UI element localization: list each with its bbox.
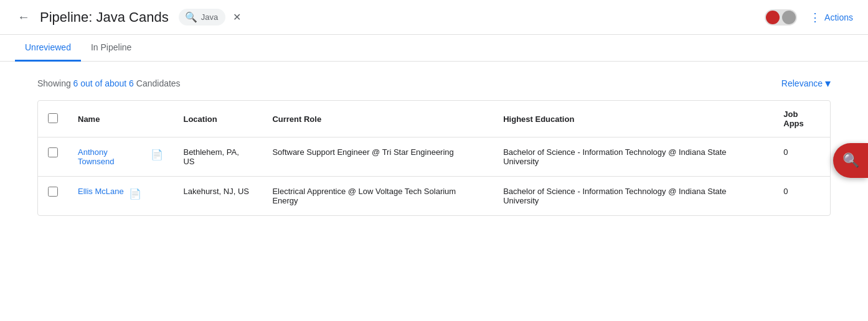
showing-prefix: Showing (37, 78, 73, 88)
toggle-knob-left (766, 11, 780, 24)
view-toggle[interactable] (765, 9, 797, 26)
row-2-checkbox[interactable] (48, 187, 58, 197)
showing-suffix: Candidates (134, 78, 181, 88)
back-button[interactable]: ← (15, 7, 32, 27)
row-2-location-cell: Lakehurst, NJ, US (173, 177, 262, 216)
row-2-name-cell: Ellis McLane 📄 (68, 177, 173, 216)
sort-label: Relevance (781, 78, 823, 88)
row-2-doc-icon: 📄 (129, 188, 141, 200)
actions-button[interactable]: ⋮ Actions (809, 11, 853, 24)
tab-in-pipeline[interactable]: In Pipeline (81, 35, 141, 62)
col-header-checkbox (38, 101, 68, 137)
row-1-name-cell: Anthony Townsend 📄 (68, 137, 173, 177)
table-row: Anthony Townsend 📄 Bethlehem, PA, US Sof… (38, 137, 830, 177)
actions-label: Actions (824, 12, 853, 22)
row-1-checkbox[interactable] (48, 147, 58, 157)
tabs-bar: Unreviewed In Pipeline (0, 35, 868, 62)
sort-button[interactable]: Relevance ▾ (781, 77, 831, 90)
row-2-checkbox-cell (38, 177, 68, 216)
showing-count: 6 out of about 6 (73, 78, 134, 88)
row-1-candidate-cell: Anthony Townsend 📄 (78, 147, 163, 166)
page-header: ← Pipeline: Java Cands 🔍 Java ✕ ⋮ Action… (0, 0, 868, 35)
tab-unreviewed[interactable]: Unreviewed (15, 35, 81, 62)
clear-search-button[interactable]: ✕ (233, 11, 241, 23)
search-tag: 🔍 Java (179, 9, 225, 26)
candidates-table-container: Name Location Current Role Highest Educa… (37, 100, 831, 216)
row-1-checkbox-cell (38, 137, 68, 177)
row-1-current-role-cell: Software Support Engineer @ Tri Star Eng… (262, 137, 493, 177)
row-1-education-cell: Bachelor of Science - Information Techno… (493, 137, 773, 177)
showing-row: Showing 6 out of about 6 Candidates Rele… (37, 77, 831, 90)
toggle-knob-right (782, 11, 796, 24)
table-header-row: Name Location Current Role Highest Educa… (38, 101, 830, 137)
main-content: Showing 6 out of about 6 Candidates Rele… (0, 62, 868, 231)
row-2-education-cell: Bachelor of Science - Information Techno… (493, 177, 773, 216)
sort-arrow-icon: ▾ (825, 77, 831, 90)
row-2-job-apps-cell: 0 (773, 177, 830, 216)
row-2-current-role-cell: Electrical Apprentice @ Low Voltage Tech… (262, 177, 493, 216)
row-2-candidate-cell: Ellis McLane 📄 (78, 187, 163, 200)
col-header-job-apps: Job Apps (773, 101, 830, 137)
fab-search-icon: 🔍 (842, 152, 859, 169)
col-header-current-role: Current Role (262, 101, 493, 137)
row-1-name-link[interactable]: Anthony Townsend (78, 147, 146, 166)
col-header-location: Location (173, 101, 262, 137)
search-tag-text: Java (201, 12, 218, 22)
candidates-table: Name Location Current Role Highest Educa… (38, 101, 830, 215)
row-1-doc-icon: 📄 (151, 149, 163, 160)
fab-search-button[interactable]: 🔍 (833, 143, 868, 178)
row-1-location-cell: Bethlehem, PA, US (173, 137, 262, 177)
header-right: ⋮ Actions (765, 9, 853, 26)
row-2-name-link[interactable]: Ellis McLane (78, 187, 124, 196)
page-title: Pipeline: Java Cands (40, 9, 169, 26)
select-all-checkbox[interactable] (48, 113, 58, 123)
actions-dots-icon: ⋮ (809, 11, 821, 24)
search-tag-icon: 🔍 (185, 11, 197, 23)
table-row: Ellis McLane 📄 Lakehurst, NJ, US Electri… (38, 177, 830, 216)
toggle-container[interactable] (765, 9, 797, 26)
row-1-job-apps-cell: 0 (773, 137, 830, 177)
showing-text: Showing 6 out of about 6 Candidates (37, 78, 181, 88)
col-header-name: Name (68, 101, 173, 137)
col-header-highest-education: Highest Education (493, 101, 773, 137)
